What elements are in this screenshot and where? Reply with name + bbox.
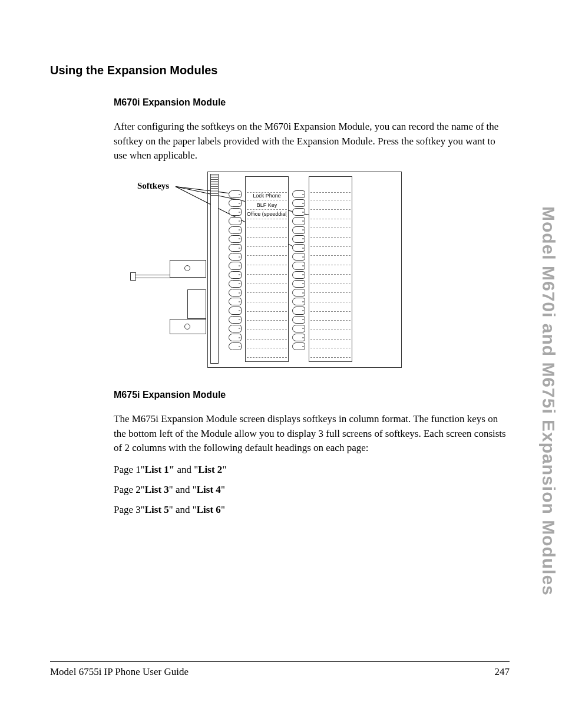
- softkey-label-slot: [310, 285, 351, 293]
- softkey-label-slot: Office (speeddial): [247, 211, 287, 219]
- softkey-label-slot: [247, 294, 287, 302]
- page-list-block: Page 1"List 1" and "List 2"Page 2"List 3…: [114, 464, 510, 516]
- softkey-label-slot: [310, 266, 351, 274]
- softkey-label-slot: [247, 341, 287, 348]
- softkey-button[interactable]: [229, 307, 242, 314]
- screw-hole-icon: [184, 265, 190, 271]
- softkey-label-slot: [310, 220, 351, 228]
- section-title: Using the Expansion Modules: [50, 64, 510, 77]
- softkey-label-slot: [247, 258, 287, 265]
- softkey-button[interactable]: [292, 342, 305, 350]
- footer-rule: [50, 661, 510, 662]
- softkey-label-column: [309, 176, 352, 362]
- page-list-line: Page 3"List 5" and "List 6": [114, 504, 510, 516]
- softkey-button[interactable]: [229, 235, 242, 243]
- softkey-label-slot: [247, 322, 287, 330]
- softkey-button[interactable]: [229, 334, 242, 341]
- softkey-button[interactable]: [229, 262, 242, 269]
- softkey-label-slot: [310, 322, 351, 330]
- softkey-button[interactable]: [229, 190, 242, 198]
- softkey-button[interactable]: [292, 199, 305, 207]
- softkey-button[interactable]: [292, 289, 305, 297]
- connector-bar: [135, 275, 170, 278]
- softkey-button[interactable]: [292, 217, 305, 225]
- softkey-label-slot: [310, 192, 351, 200]
- softkey-label-slot: [310, 331, 351, 339]
- softkey-label-slot: [247, 350, 287, 358]
- softkey-button[interactable]: [292, 280, 305, 288]
- softkey-label-slot: [247, 304, 287, 311]
- m675i-paragraph: The M675i Expansion Module screen displa…: [114, 412, 510, 456]
- softkey-button[interactable]: [292, 208, 305, 216]
- softkey-label-slot: [247, 220, 287, 228]
- softkey-button[interactable]: [229, 280, 242, 288]
- softkey-label-slot: [247, 266, 287, 274]
- softkey-label-slot: [247, 276, 287, 284]
- softkey-button[interactable]: [229, 253, 242, 261]
- softkey-label-slot: [310, 341, 351, 348]
- softkey-label-slot: [310, 239, 351, 246]
- softkey-button[interactable]: [292, 298, 305, 305]
- softkey-button[interactable]: [292, 307, 305, 314]
- softkey-label-slot: [310, 350, 351, 358]
- softkey-label-slot: BLF Key: [247, 202, 287, 210]
- figure-callout-label: Softkeys: [137, 181, 169, 191]
- softkey-label-slot: [310, 276, 351, 284]
- softkey-label-slot: [247, 230, 287, 238]
- softkey-button[interactable]: [292, 235, 305, 243]
- softkey-button[interactable]: [292, 334, 305, 341]
- m670i-figure: Softkeys: [114, 172, 510, 372]
- softkey-label-slot: [310, 230, 351, 238]
- page-list-line: Page 1"List 1" and "List 2": [114, 464, 510, 476]
- softkey-label-slot: [247, 331, 287, 339]
- softkey-button-column: [229, 176, 242, 363]
- softkey-button[interactable]: [229, 226, 242, 234]
- softkey-label-slot: [310, 202, 351, 210]
- softkey-label-slot: [247, 239, 287, 246]
- softkey-button[interactable]: [229, 342, 242, 350]
- softkey-button[interactable]: [292, 253, 305, 261]
- footer-doc-title: Model 6755i IP Phone User Guide: [50, 666, 189, 678]
- softkey-label-slot: Lock Phone: [247, 192, 287, 200]
- softkey-label-slot: [310, 211, 351, 219]
- softkey-label-slot: [310, 294, 351, 302]
- side-chapter-tab: Model M670i and M675i Expansion Modules: [538, 206, 558, 596]
- softkey-button[interactable]: [229, 217, 242, 225]
- softkey-label-slot: [310, 248, 351, 256]
- softkey-button[interactable]: [229, 244, 242, 252]
- m670i-paragraph: After configuring the softkeys on the M6…: [114, 120, 510, 163]
- softkey-button[interactable]: [229, 325, 242, 332]
- softkey-label-slot: [247, 313, 287, 321]
- softkey-button[interactable]: [292, 226, 305, 234]
- softkey-label-slot: [247, 285, 287, 293]
- softkey-button[interactable]: [229, 289, 242, 297]
- m675i-heading: M675i Expansion Module: [114, 390, 510, 400]
- device-side-rail: [210, 174, 219, 364]
- softkey-button[interactable]: [292, 316, 305, 324]
- softkey-button[interactable]: [229, 271, 242, 279]
- softkey-button[interactable]: [292, 325, 305, 332]
- page-list-line: Page 2"List 3" and "List 4": [114, 484, 510, 496]
- softkey-button[interactable]: [292, 271, 305, 279]
- m670i-heading: M670i Expansion Module: [114, 97, 510, 108]
- softkey-button[interactable]: [229, 208, 242, 216]
- softkey-label-slot: [310, 258, 351, 265]
- softkey-label-slot: [310, 313, 351, 321]
- softkey-label-slot: [310, 304, 351, 311]
- softkey-label-slot: [247, 248, 287, 256]
- softkey-button[interactable]: [292, 262, 305, 269]
- softkey-button[interactable]: [229, 298, 242, 305]
- softkey-button[interactable]: [292, 244, 305, 252]
- softkey-button[interactable]: [229, 199, 242, 207]
- screw-hole-icon: [184, 324, 190, 330]
- softkey-button[interactable]: [229, 316, 242, 324]
- softkey-button[interactable]: [292, 190, 305, 198]
- softkey-label-column: Lock PhoneBLF KeyOffice (speeddial): [245, 176, 289, 362]
- footer-page-number: 247: [495, 666, 510, 678]
- softkey-button-column: [292, 176, 305, 363]
